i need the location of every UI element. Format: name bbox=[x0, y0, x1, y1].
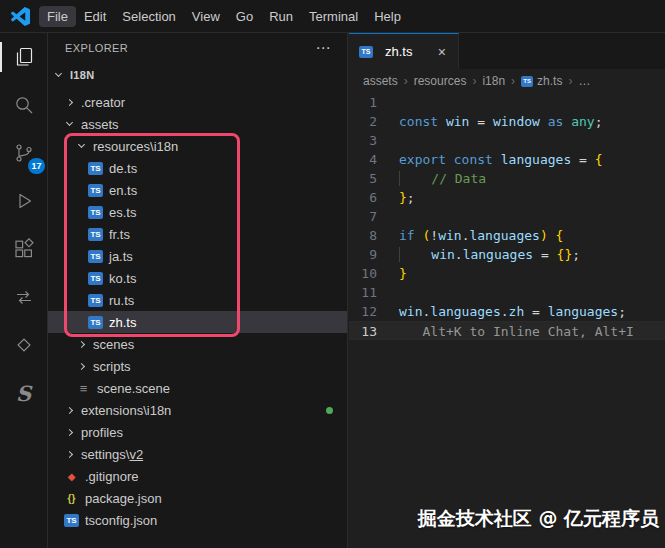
item-label: .creator bbox=[81, 95, 125, 110]
tab-label: zh.ts bbox=[385, 44, 412, 59]
item-label: scene.scene bbox=[97, 381, 170, 396]
line-number: 5 bbox=[349, 169, 391, 188]
menu-file[interactable]: File bbox=[39, 6, 76, 27]
file-package-json[interactable]: {}package.json bbox=[48, 487, 347, 509]
item-label: en.ts bbox=[109, 183, 137, 198]
line-number: 9 bbox=[349, 245, 391, 264]
close-icon[interactable]: × bbox=[436, 44, 448, 60]
explorer-sidebar: EXPLORER ⋯ I18N .creatorassetsresources\… bbox=[48, 33, 348, 548]
chevron-right-icon bbox=[66, 98, 73, 105]
breadcrumb-label: assets bbox=[363, 74, 398, 88]
file-gitignore[interactable]: ◆.gitignore bbox=[48, 465, 347, 487]
folder-scenes[interactable]: scenes bbox=[48, 333, 347, 355]
chevron-right-icon bbox=[78, 362, 85, 369]
breadcrumb-label: i18n bbox=[482, 74, 505, 88]
folder-settings-v2[interactable]: settings\v2 bbox=[48, 443, 347, 465]
activity-run-debug[interactable] bbox=[0, 177, 48, 225]
vscode-window: FileEditSelectionViewGoRunTerminalHelp 1… bbox=[0, 0, 665, 548]
chevron-right-icon bbox=[66, 428, 73, 435]
code-line-9[interactable]: 9 win.languages = {}; bbox=[349, 245, 665, 264]
folder-resources-i18n[interactable]: resources\i18n bbox=[48, 135, 347, 157]
file-scene-scene[interactable]: ≡scene.scene bbox=[48, 377, 347, 399]
breadcrumb-label: … bbox=[578, 74, 590, 88]
section-i18n[interactable]: I18N bbox=[48, 63, 347, 87]
menu-help[interactable]: Help bbox=[366, 6, 409, 27]
item-label: extensions\i18n bbox=[81, 403, 171, 418]
breadcrumb-item-0[interactable]: assets bbox=[363, 74, 398, 88]
folder-scripts[interactable]: scripts bbox=[48, 355, 347, 377]
menu-go[interactable]: Go bbox=[228, 6, 261, 27]
folder-extensions-i18n[interactable]: extensions\i18n bbox=[48, 399, 347, 421]
file-es-ts[interactable]: TSes.ts bbox=[48, 201, 347, 223]
ts-file-icon: TS bbox=[88, 162, 103, 175]
folder-profiles[interactable]: profiles bbox=[48, 421, 347, 443]
breadcrumb-label: zh.ts bbox=[537, 74, 562, 88]
chevron-down-icon bbox=[66, 119, 73, 126]
code-line-10[interactable]: 10} bbox=[349, 264, 665, 283]
code-line-7[interactable]: 7 bbox=[349, 207, 665, 226]
item-label: scripts bbox=[93, 359, 131, 374]
explorer-header: EXPLORER ⋯ bbox=[48, 33, 347, 63]
activity-extension-swap[interactable] bbox=[0, 273, 48, 321]
files-icon bbox=[12, 45, 36, 69]
activity-extension-diamond[interactable] bbox=[0, 321, 48, 369]
activity-search[interactable] bbox=[0, 81, 48, 129]
watermark-text: 掘金技术社区 @ 亿元程序员 bbox=[418, 506, 659, 532]
ts-file-icon: TS bbox=[88, 272, 103, 285]
code-line-8[interactable]: 8if (!win.languages) { bbox=[349, 226, 665, 245]
menu-terminal[interactable]: Terminal bbox=[301, 6, 366, 27]
json-file-icon: {} bbox=[64, 493, 79, 504]
breadcrumb-separator: › bbox=[472, 74, 476, 88]
ts-file-icon: TS bbox=[521, 76, 533, 87]
code-line-2[interactable]: 2const win = window as any; bbox=[349, 112, 665, 131]
menu-edit[interactable]: Edit bbox=[76, 6, 114, 27]
code-line-12[interactable]: 12win.languages.zh = languages; bbox=[349, 302, 665, 321]
tab-zh-ts[interactable]: TS zh.ts × bbox=[349, 33, 459, 69]
file-ko-ts[interactable]: TSko.ts bbox=[48, 267, 347, 289]
code-line-1[interactable]: 1 bbox=[349, 93, 665, 112]
file-tsconfig-json[interactable]: TStsconfig.json bbox=[48, 509, 347, 531]
code-line-5[interactable]: 5 // Data bbox=[349, 169, 665, 188]
code-line-11[interactable]: 11 bbox=[349, 283, 665, 302]
code-line-4[interactable]: 4export const languages = { bbox=[349, 150, 665, 169]
file-de-ts[interactable]: TSde.ts bbox=[48, 157, 347, 179]
activity-extensions[interactable] bbox=[0, 225, 48, 273]
activity-explorer[interactable] bbox=[0, 33, 48, 81]
file-ja-ts[interactable]: TSja.ts bbox=[48, 245, 347, 267]
chevron-down-icon bbox=[55, 70, 62, 77]
item-label: profiles bbox=[81, 425, 123, 440]
menu-run[interactable]: Run bbox=[261, 6, 301, 27]
breadcrumb-item-1[interactable]: resources bbox=[414, 74, 467, 88]
line-number: 6 bbox=[349, 188, 391, 207]
activity-extension-s[interactable]: S bbox=[0, 369, 48, 417]
line-number: 4 bbox=[349, 150, 391, 169]
activity-source-control[interactable]: 17 bbox=[0, 129, 48, 177]
menu-view[interactable]: View bbox=[184, 6, 228, 27]
editor-group: TS zh.ts × assets›resources›i18n›TSzh.ts… bbox=[349, 33, 665, 548]
vscode-logo-icon bbox=[11, 7, 30, 26]
s-extension-icon: S bbox=[16, 381, 31, 406]
ts-file-icon: TS bbox=[88, 228, 103, 241]
folder-assets[interactable]: assets bbox=[48, 113, 347, 135]
code-lines: 12const win = window as any;34export con… bbox=[349, 93, 665, 340]
breadcrumb-item-3[interactable]: TSzh.ts bbox=[521, 74, 562, 88]
breadcrumb: assets›resources›i18n›TSzh.ts›… bbox=[349, 69, 665, 93]
file-fr-ts[interactable]: TSfr.ts bbox=[48, 223, 347, 245]
file-ru-ts[interactable]: TSru.ts bbox=[48, 289, 347, 311]
item-label: tsconfig.json bbox=[85, 513, 157, 528]
breadcrumb-item-4[interactable]: … bbox=[578, 74, 590, 88]
file-tree: .creatorassetsresources\i18nTSde.tsTSen.… bbox=[48, 87, 347, 531]
scene-file-icon: ≡ bbox=[76, 381, 91, 396]
menu-selection[interactable]: Selection bbox=[114, 6, 183, 27]
file-en-ts[interactable]: TSen.ts bbox=[48, 179, 347, 201]
activity-bar: 17 S bbox=[0, 33, 48, 548]
more-actions-icon[interactable]: ⋯ bbox=[316, 39, 331, 57]
code-line-3[interactable]: 3 bbox=[349, 131, 665, 150]
file-zh-ts[interactable]: TSzh.ts bbox=[48, 311, 347, 333]
folder-creator[interactable]: .creator bbox=[48, 91, 347, 113]
code-line-13[interactable]: 13 Alt+K to Inline Chat, Alt+I bbox=[349, 321, 665, 340]
code-line-6[interactable]: 6}; bbox=[349, 188, 665, 207]
item-label: zh.ts bbox=[109, 315, 136, 330]
ts-file-icon: TS bbox=[88, 206, 103, 219]
breadcrumb-item-2[interactable]: i18n bbox=[482, 74, 505, 88]
